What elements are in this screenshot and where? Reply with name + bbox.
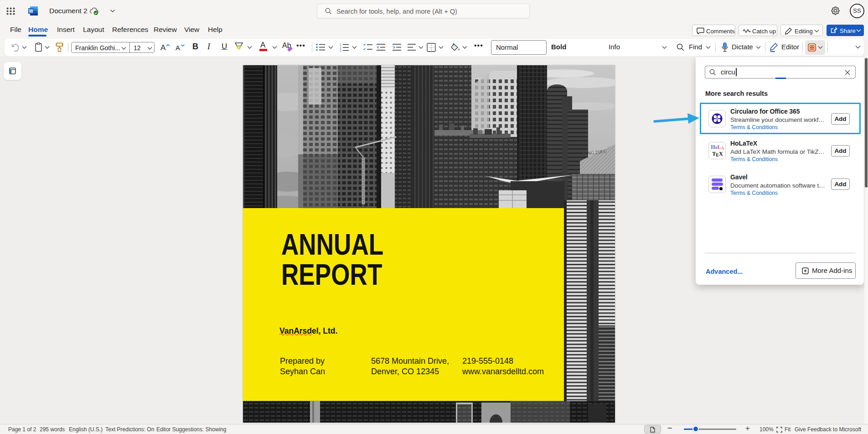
svg-text:3: 3 [340, 49, 341, 52]
svg-text:W: W [29, 9, 33, 14]
svg-text:A: A [176, 44, 180, 52]
svg-text:A: A [160, 43, 166, 52]
